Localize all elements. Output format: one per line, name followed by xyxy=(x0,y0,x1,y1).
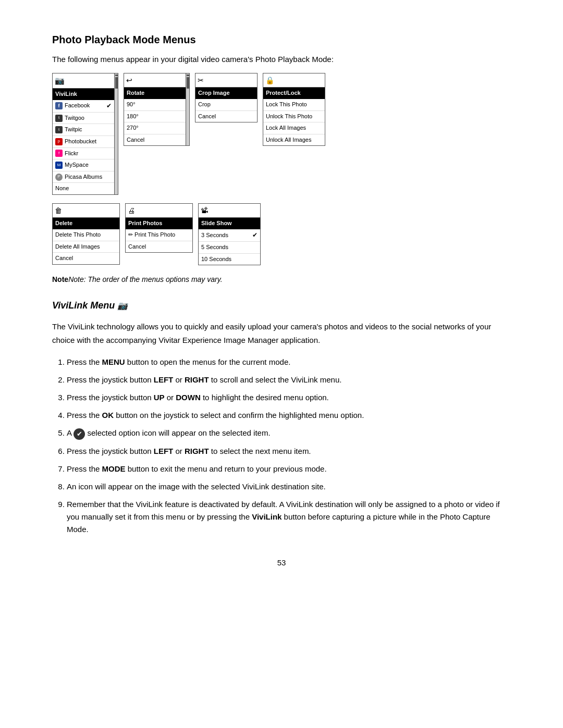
panel-icon-protect: 🔒 xyxy=(263,73,325,88)
vivilink-icon: 📷 xyxy=(117,301,128,310)
vivilink-photobucket[interactable]: p Photobucket xyxy=(53,136,114,148)
print-this-photo[interactable]: ✏ Print This Photo xyxy=(126,229,192,241)
vivilink-facebook[interactable]: f Facebook ✔ xyxy=(53,100,114,113)
delete-header: Delete xyxy=(53,218,119,229)
print-header: Print Photos xyxy=(126,218,192,229)
vivilink-myspace[interactable]: M MySpace xyxy=(53,159,114,171)
panel-icon-slideshow: 📽 xyxy=(199,204,260,218)
protect-unlock-photo[interactable]: Unlock This Photo xyxy=(263,111,325,123)
panel-icon-rotate: ↩ xyxy=(124,73,186,88)
crop-panel: ✂ Crop Image Crop Cancel xyxy=(195,73,258,122)
section2-body: The ViviLink technology allows you to qu… xyxy=(52,320,511,347)
panel-icon-delete: 🗑 xyxy=(53,204,119,218)
protect-header: Protect/Lock xyxy=(263,88,325,99)
rotate-cancel[interactable]: Cancel xyxy=(124,134,186,146)
menus-row-2: 🗑 Delete Delete This Photo Delete All Im… xyxy=(52,203,511,265)
vivilink-panel: 📷 ViviLink f Facebook ✔ t Twitgoo t Twit… xyxy=(52,73,118,195)
checkmark-icon: ✔ xyxy=(74,428,85,440)
vivilink-header: ViviLink xyxy=(53,89,114,100)
vivilink-twitgoo[interactable]: t Twitgoo xyxy=(53,113,114,125)
print-panel: 🖨 Print Photos ✏ Print This Photo Cancel xyxy=(125,203,193,253)
steps-list: Press the MENU button to open the menus … xyxy=(67,356,511,535)
step-3: Press the joystick button UP or DOWN to … xyxy=(67,391,511,404)
page-title: Photo Playback Mode Menus xyxy=(52,31,511,48)
step-5: A ✔ selected option icon will appear on … xyxy=(67,427,511,439)
rotate-90[interactable]: 90° xyxy=(124,99,186,111)
delete-all-images[interactable]: Delete All Images xyxy=(53,241,119,253)
protect-lock-all[interactable]: Lock All Images xyxy=(263,122,325,134)
step-4: Press the OK button on the joystick to s… xyxy=(67,409,511,422)
delete-cancel[interactable]: Cancel xyxy=(53,253,119,264)
rotate-header: Rotate xyxy=(124,88,186,99)
step-2: Press the joystick button LEFT or RIGHT … xyxy=(67,374,511,386)
delete-this-photo[interactable]: Delete This Photo xyxy=(53,229,119,241)
print-cancel[interactable]: Cancel xyxy=(126,241,192,253)
protect-lock-photo[interactable]: Lock This Photo xyxy=(263,99,325,111)
panel-icon-vivilink: 📷 xyxy=(53,73,114,89)
slideshow-10sec[interactable]: 10 Seconds xyxy=(199,254,260,265)
rotate-panel: ↩ Rotate 90° 180° 270° Cancel xyxy=(124,73,190,146)
step-8: An icon will appear on the image with th… xyxy=(67,480,511,493)
note-text: NoteNote: The order of the menus options… xyxy=(52,274,511,285)
crop-crop[interactable]: Crop xyxy=(195,99,257,111)
vivilink-twitpic[interactable]: t Twitpic xyxy=(53,124,114,136)
section2-title: ViviLink Menu 📷 xyxy=(52,298,511,313)
panel-icon-crop: ✂ xyxy=(195,73,257,88)
step-6: Press the joystick button LEFT or RIGHT … xyxy=(67,445,511,458)
slideshow-3sec[interactable]: 3 Seconds ✔ xyxy=(199,229,260,242)
vivilink-flickr[interactable]: f Flickr xyxy=(53,148,114,160)
protect-panel: 🔒 Protect/Lock Lock This Photo Unlock Th… xyxy=(263,73,325,146)
vivilink-picasa[interactable]: P Picasa Albums xyxy=(53,171,114,183)
slideshow-panel: 📽 Slide Show 3 Seconds ✔ 5 Seconds 10 Se… xyxy=(198,203,261,265)
intro-text: The following menus appear in your digit… xyxy=(52,53,511,66)
protect-unlock-all[interactable]: Unlock All Images xyxy=(263,134,325,146)
step-1: Press the MENU button to open the menus … xyxy=(67,356,511,368)
step-9: Remember that the ViviLink feature is de… xyxy=(67,498,511,536)
rotate-180[interactable]: 180° xyxy=(124,111,186,123)
step-7: Press the MODE button to exit the menu a… xyxy=(67,463,511,475)
slideshow-header: Slide Show xyxy=(199,218,260,229)
crop-header: Crop Image xyxy=(195,88,257,99)
menus-row-1: 📷 ViviLink f Facebook ✔ t Twitgoo t Twit… xyxy=(52,73,511,195)
crop-cancel[interactable]: Cancel xyxy=(195,111,257,122)
vivilink-none[interactable]: None xyxy=(53,183,114,194)
page-number: 53 xyxy=(52,557,511,569)
rotate-270[interactable]: 270° xyxy=(124,122,186,134)
panel-icon-print: 🖨 xyxy=(126,204,192,218)
slideshow-5sec[interactable]: 5 Seconds xyxy=(199,242,260,254)
delete-panel: 🗑 Delete Delete This Photo Delete All Im… xyxy=(52,203,120,265)
